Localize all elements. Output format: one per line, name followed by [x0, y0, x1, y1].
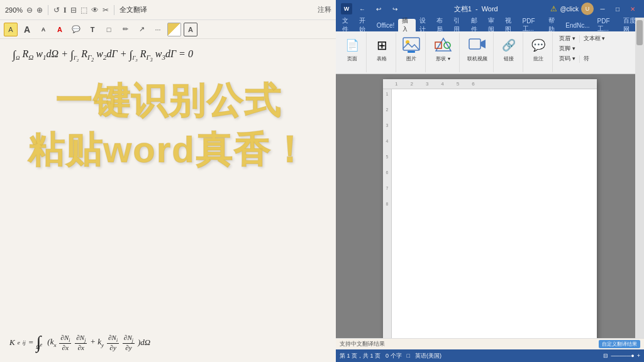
zoom-out-icon[interactable]: ⊖	[26, 6, 33, 14]
ribbon-group-link: 🔗 链接	[495, 33, 523, 72]
more-btn[interactable]: ···	[151, 23, 165, 36]
language: 英语(美国)	[415, 352, 441, 360]
scrollbar-thumb[interactable]	[636, 20, 643, 45]
pen-btn[interactable]: ✏	[118, 23, 132, 36]
page-content[interactable]	[392, 89, 597, 344]
tab-view[interactable]: 视图	[501, 19, 518, 31]
tab-design[interactable]: 设计	[416, 19, 433, 31]
text-btn[interactable]: T	[86, 23, 99, 36]
comment-insert-icon: 💬	[528, 35, 548, 55]
word-page: 1 2 3 4 5 6 1 2 3 4 5 6 7 8	[383, 79, 597, 344]
translate-label[interactable]: 全文翻译	[119, 5, 147, 14]
tab-file[interactable]: 文件	[338, 19, 355, 31]
table-btn[interactable]: ⊞ 表格	[370, 34, 393, 63]
formula-top: ∫Ω RΩ w1dΩ + ∫Γ2 RΓ2 w2dΓ + ∫Γ3 RΓ3 w3dΓ…	[13, 48, 324, 63]
titlebar-undo-btn[interactable]: ↩	[372, 3, 385, 15]
columns-icon[interactable]: ⊟	[70, 6, 77, 14]
eye-icon[interactable]: 👁	[91, 6, 99, 14]
rectangle-btn[interactable]: □	[102, 23, 116, 36]
cursor-icon[interactable]: 𝐈	[64, 6, 67, 14]
tab-layout[interactable]: 布局	[433, 19, 450, 31]
close-btn[interactable]: ✕	[626, 3, 639, 15]
tab-help[interactable]: 帮助	[545, 19, 562, 31]
warning-icon: ⚠	[550, 4, 557, 13]
tab-insert[interactable]: 插入	[398, 19, 415, 31]
highlight-btn[interactable]: A	[4, 23, 18, 36]
big-title-line1: 一键识别公式	[0, 77, 336, 126]
tab-references[interactable]: 引用	[450, 19, 467, 31]
video-icon	[467, 35, 487, 55]
content-area: ∫Ω RΩ w1dΩ + ∫Γ2 RΓ2 w2dΓ + ∫Γ3 RΓ3 w3dΓ…	[0, 39, 336, 362]
link-btn[interactable]: 🔗 链接	[497, 34, 520, 63]
comment-btn[interactable]: 💬	[69, 23, 83, 36]
zoom-plus-btn[interactable]: +	[637, 353, 640, 359]
ribbon-toolbar: 📄 页面 ⊞ 表格 图片	[336, 31, 644, 74]
word-titlebar: W ← ↩ ↪ 文档1 - Word ⚠ @click U ─ □ ✕	[336, 0, 644, 18]
big-title-line2: 粘贴word真香！	[0, 126, 336, 175]
svg-rect-6	[469, 39, 480, 49]
view-icon: □	[407, 353, 410, 359]
svg-marker-7	[480, 40, 486, 48]
pages-btn[interactable]: 📄 页面	[341, 34, 364, 63]
zoom-level[interactable]: 290%	[5, 6, 23, 14]
pages-label: 页面	[347, 55, 357, 62]
big-title: 一键识别公式 粘贴word真香！	[0, 77, 336, 175]
icon-toolbar: A A A A 💬 T □ ✏ ↗ ··· A	[0, 20, 336, 39]
maximize-btn[interactable]: □	[611, 3, 624, 15]
titlebar-back-btn[interactable]: ←	[356, 3, 369, 15]
shapes-label: 形状 ▾	[436, 55, 450, 62]
color-box-btn[interactable]	[167, 23, 181, 36]
table-label: 表格	[377, 55, 387, 62]
right-row-2: 页脚 ▾	[557, 44, 639, 53]
scrollbar[interactable]	[635, 18, 644, 338]
titlebar-redo-btn[interactable]: ↪	[389, 3, 401, 15]
text-color-btn[interactable]: A	[53, 23, 67, 36]
text-box-btn[interactable]: 文本框 ▾	[581, 34, 608, 43]
status-layout-icon[interactable]: ⊟	[603, 353, 608, 359]
screenshot-icon[interactable]: ⬚	[80, 6, 87, 14]
word-count: 0 个字	[386, 352, 402, 360]
ribbon-tabs: 文件 开始 Office! 插入 设计 布局 引用 邮件 审阅 视图 PDF工.…	[336, 18, 644, 31]
tab-mailings[interactable]: 邮件	[467, 19, 484, 31]
formula-bottom: Keij = ∫ Ωe (kx ∂Ni ∂x ∂Nj ∂x	[9, 332, 150, 353]
note-button[interactable]: 注释	[318, 5, 331, 14]
svg-rect-2	[408, 51, 415, 53]
user-avatar[interactable]: U	[581, 3, 594, 15]
text-outline-btn[interactable]: A	[184, 23, 197, 36]
ribbon-group-shapes: 形状 ▾	[427, 33, 460, 72]
tab-endnc[interactable]: EndNc...	[562, 19, 593, 31]
ribbon-group-video: 联机视频	[461, 33, 494, 72]
comment-insert-btn[interactable]: 💬 批注	[527, 34, 550, 63]
shapes-btn[interactable]: 形状 ▾	[432, 34, 455, 63]
tab-pdf1[interactable]: PDF工...	[519, 19, 545, 31]
translate-hint-text: 支持中文翻译结果	[340, 340, 385, 348]
tab-review[interactable]: 审阅	[484, 19, 501, 31]
symbol-btn[interactable]: 符	[581, 54, 592, 63]
text-large-btn[interactable]: A	[20, 23, 34, 36]
word-doc-area: 1 2 3 4 5 6 1 2 3 4 5 6 7 8	[336, 74, 644, 349]
status-right: ⊟ ─────● +	[603, 353, 640, 359]
page-ruler: 1 2 3 4 5 6	[383, 79, 597, 89]
arrow-btn[interactable]: ↗	[135, 23, 148, 36]
pageno-btn[interactable]: 页码 ▾	[557, 54, 578, 63]
svg-rect-0	[403, 38, 419, 50]
ribbon-group-comment: 💬 批注	[525, 33, 553, 72]
comment-insert-label: 批注	[533, 55, 543, 62]
top-toolbar: 290% ⊖ ⊕ ↺ 𝐈 ⊟ ⬚ 👁 ✂ 全文翻译 注释	[0, 0, 336, 20]
scissors-icon[interactable]: ✂	[103, 6, 109, 14]
ribbon-group-table: ⊞ 表格	[368, 33, 396, 72]
refresh-icon[interactable]: ↺	[53, 6, 60, 14]
video-btn[interactable]: 联机视频	[466, 34, 489, 63]
picture-btn[interactable]: 图片	[400, 34, 423, 63]
minimize-btn[interactable]: ─	[596, 3, 609, 15]
text-small-btn[interactable]: A	[36, 23, 50, 36]
tab-pdf2[interactable]: PDF工...	[594, 19, 619, 31]
word-panel: W ← ↩ ↪ 文档1 - Word ⚠ @click U ─ □ ✕ 文件 开…	[336, 0, 644, 362]
zoom-in-icon[interactable]: ⊕	[36, 6, 43, 14]
tab-home[interactable]: 开始	[355, 19, 372, 31]
header-btn[interactable]: 页眉 ▾	[557, 34, 578, 43]
footer-btn[interactable]: 页脚 ▾	[557, 44, 578, 53]
custom-translate-btn[interactable]: 自定义翻译结果	[599, 340, 640, 348]
link-label: 链接	[504, 55, 514, 62]
tab-office[interactable]: Office!	[373, 19, 399, 31]
